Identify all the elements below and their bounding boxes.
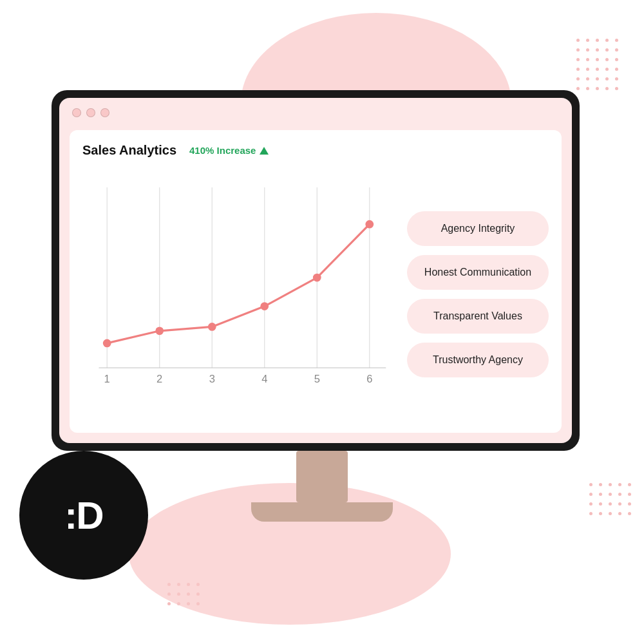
screen-header: Sales Analytics 410% Increase — [82, 143, 549, 158]
monitor-screen: Sales Analytics 410% Increase — [59, 98, 572, 443]
increase-badge: 410% Increase — [189, 145, 269, 156]
svg-point-10 — [260, 302, 269, 310]
logo-circle: :D — [19, 451, 148, 580]
traffic-light-yellow — [86, 108, 95, 117]
svg-text:2: 2 — [156, 373, 162, 385]
dots-bottom-right — [589, 483, 631, 515]
monitor-outer: Sales Analytics 410% Increase — [52, 90, 580, 451]
svg-point-11 — [313, 274, 321, 282]
svg-text:1: 1 — [104, 373, 110, 385]
increase-text: 410% Increase — [189, 145, 256, 156]
svg-text:5: 5 — [314, 373, 320, 385]
traffic-lights — [72, 108, 109, 117]
svg-point-7 — [103, 339, 111, 348]
stand-neck — [296, 451, 348, 502]
svg-text:3: 3 — [209, 373, 215, 385]
screen-body: 1 2 3 4 5 6 Agency Integrity Honest Comm… — [82, 168, 549, 420]
svg-text:4: 4 — [261, 373, 267, 385]
screen-content: Sales Analytics 410% Increase — [70, 130, 562, 433]
traffic-light-red — [72, 108, 81, 117]
pill-honest-communication[interactable]: Honest Communication — [407, 255, 549, 290]
logo-text: :D — [64, 493, 102, 538]
pill-trustworthy-agency[interactable]: Trustworthy Agency — [407, 343, 549, 377]
traffic-light-green — [100, 108, 109, 117]
dots-top-right — [576, 39, 618, 90]
right-panel: Agency Integrity Honest Communication Tr… — [407, 168, 549, 420]
arrow-up-icon — [260, 147, 269, 155]
screen-title: Sales Analytics — [82, 143, 176, 158]
svg-point-12 — [365, 220, 374, 229]
pill-agency-integrity[interactable]: Agency Integrity — [407, 211, 549, 246]
monitor-stand — [251, 451, 393, 522]
pill-transparent-values[interactable]: Transparent Values — [407, 299, 549, 334]
svg-point-9 — [208, 323, 216, 331]
svg-point-8 — [155, 327, 164, 335]
svg-text:6: 6 — [366, 373, 372, 385]
chart-area: 1 2 3 4 5 6 — [82, 168, 394, 420]
stand-base — [251, 502, 393, 522]
scene: Sales Analytics 410% Increase — [0, 0, 644, 644]
chart-svg: 1 2 3 4 5 6 — [82, 168, 394, 420]
